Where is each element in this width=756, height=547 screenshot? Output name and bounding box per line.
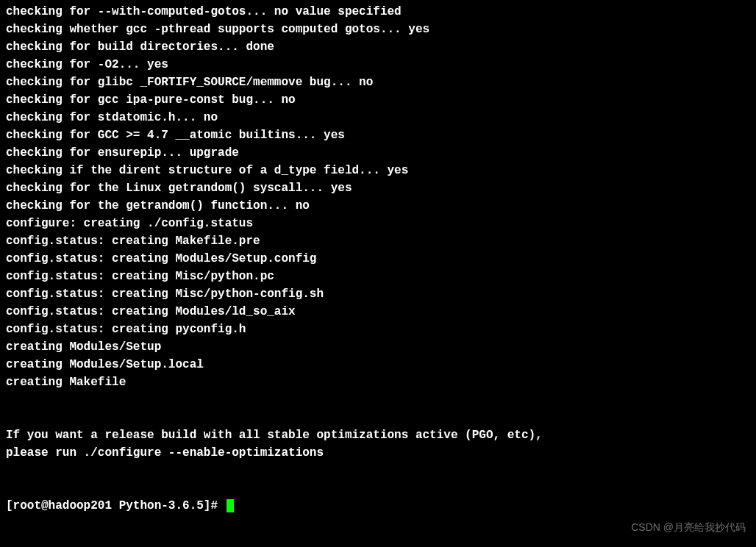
output-line: please run ./configure --enable-optimiza…: [6, 444, 750, 462]
output-line: checking for the getrandom() function...…: [6, 197, 750, 215]
watermark-text: CSDN @月亮给我抄代码: [631, 520, 746, 535]
output-line: If you want a release build with all sta…: [6, 426, 750, 444]
output-line: checking for the Linux getrandom() sysca…: [6, 179, 750, 197]
output-line: config.status: creating Makefile.pre: [6, 232, 750, 250]
output-line: config.status: creating Misc/python-conf…: [6, 285, 750, 303]
output-line: [6, 409, 750, 426]
output-line: [6, 479, 750, 497]
shell-prompt[interactable]: [root@hadoop201 Python-3.6.5]#: [6, 497, 750, 515]
cursor-block: [227, 499, 234, 512]
prompt-text: [root@hadoop201 Python-3.6.5]#: [6, 497, 225, 515]
output-line: checking whether gcc -pthread supports c…: [6, 21, 750, 38]
output-line: checking for --with-computed-gotos... no…: [6, 3, 750, 21]
output-line: [6, 391, 750, 409]
output-line: creating Makefile: [6, 373, 750, 391]
output-line: checking for build directories... done: [6, 38, 750, 56]
output-line: checking if the dirent structure of a d_…: [6, 162, 750, 179]
output-line: configure: creating ./config.status: [6, 215, 750, 232]
output-line: config.status: creating Modules/ld_so_ai…: [6, 303, 750, 321]
output-line: checking for ensurepip... upgrade: [6, 144, 750, 162]
output-line: config.status: creating Misc/python.pc: [6, 268, 750, 285]
terminal-output: checking for --with-computed-gotos... no…: [6, 3, 750, 497]
output-line: [6, 462, 750, 479]
output-line: config.status: creating Modules/Setup.co…: [6, 250, 750, 268]
output-line: checking for GCC >= 4.7 __atomic builtin…: [6, 126, 750, 144]
output-line: checking for glibc _FORTIFY_SOURCE/memmo…: [6, 74, 750, 91]
output-line: checking for -O2... yes: [6, 56, 750, 74]
output-line: config.status: creating pyconfig.h: [6, 321, 750, 338]
output-line: checking for stdatomic.h... no: [6, 109, 750, 126]
output-line: creating Modules/Setup.local: [6, 356, 750, 373]
output-line: checking for gcc ipa-pure-const bug... n…: [6, 91, 750, 109]
output-line: creating Modules/Setup: [6, 338, 750, 356]
